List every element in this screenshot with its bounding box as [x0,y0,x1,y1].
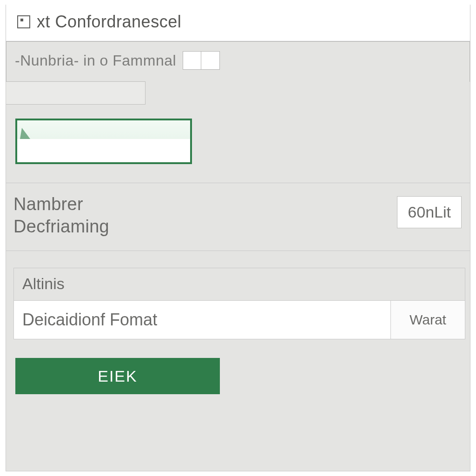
unit-button[interactable]: 60nLit [397,196,462,228]
dialog-window: xt Confordranescel -Nunbria- in о Fammna… [6,5,470,471]
tab-stub[interactable] [6,81,145,105]
decimal-format-value[interactable]: Warat [390,301,465,339]
category-label-line1: Nambrer [13,193,109,216]
app-icon [17,15,30,28]
category-labels: Nambrer Decfriaming [13,193,109,238]
format-group-legend: -Nunbria- in о Fammnal [15,52,176,69]
small-input-pair [183,51,220,70]
small-input-1[interactable] [183,51,201,70]
options-group: Altinis Deicaidionf Fomat Warat [13,268,465,339]
format-group: -Nunbria- in о Fammnal [6,41,470,82]
ok-button[interactable]: EIEK [15,358,220,394]
options-row: Deicaidionf Fomat Warat [14,301,465,339]
category-label-line2: Decfriaming [13,216,109,238]
titlebar: xt Confordranescel [6,5,470,41]
options-header: Altinis [14,268,465,301]
preview-value [17,139,190,162]
decimal-format-label: Deicaidionf Fomat [14,301,390,339]
dialog-body: -Nunbria- in о Fammnal Nambrer Decfriami… [6,41,470,394]
format-preview-combo[interactable] [15,119,192,164]
small-input-2[interactable] [201,51,220,70]
category-section: Nambrer Decfriaming 60nLit [6,183,470,251]
preview-top [17,120,190,139]
window-title: xt Confordranescel [37,12,181,32]
